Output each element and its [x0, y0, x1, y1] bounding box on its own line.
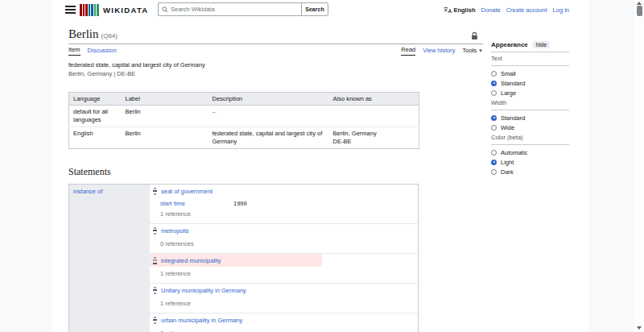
- tab-read[interactable]: Read: [401, 46, 415, 56]
- tab-discussion[interactable]: Discussion: [88, 47, 117, 56]
- table-row: default for all languages Berlin –: [69, 106, 419, 127]
- radio-option-label: Automatic: [501, 149, 527, 156]
- statement-value-link[interactable]: seat of government: [161, 188, 213, 195]
- radio-button-icon[interactable]: [491, 90, 497, 96]
- statement-main-row: metropolis: [150, 224, 418, 237]
- col-header-description: Description: [208, 93, 329, 106]
- statement-claim: integrated municipality1 reference: [150, 254, 418, 284]
- cell-language: English: [69, 127, 122, 149]
- appearance-title: Appearance: [491, 41, 528, 48]
- radio-option-label: Light: [501, 159, 514, 166]
- alias-line: Berlin, Germany: [333, 130, 415, 138]
- cell-label: Berlin: [122, 127, 208, 149]
- tools-menu[interactable]: Tools▼: [463, 47, 483, 56]
- radio-button-icon[interactable]: [491, 81, 497, 86]
- radio-option-label: Wide: [501, 124, 514, 131]
- rank-selector-icon[interactable]: [153, 188, 157, 195]
- cell-description: –: [208, 106, 329, 127]
- search-field[interactable]: [158, 2, 301, 16]
- radio-button-icon[interactable]: [491, 160, 497, 165]
- entity-description: federated state, capital and largest cit…: [68, 60, 483, 78]
- radio-option-light[interactable]: Light: [491, 157, 569, 167]
- radio-option-standard[interactable]: Standard: [491, 113, 569, 122]
- statement-group: instance of seat of governmentstart time…: [68, 184, 419, 332]
- language-icon: [444, 6, 452, 14]
- entity-id: (Q64): [101, 32, 118, 39]
- search-box: Search: [158, 2, 328, 16]
- rank-selector-icon[interactable]: [153, 257, 157, 264]
- namespace-tabs: Item Discussion: [68, 46, 117, 56]
- radio-option-dark[interactable]: Dark: [491, 167, 569, 176]
- tab-bar: Item Discussion Read View history Tools▼: [68, 44, 483, 56]
- references-toggle[interactable]: 1 reference: [160, 270, 418, 277]
- radio-option-label: Small: [501, 70, 516, 77]
- statement-main-row: seat of government: [150, 185, 418, 197]
- statement-main-row: integrated municipality: [150, 254, 322, 267]
- radio-option-label: Standard: [501, 80, 525, 87]
- rank-selector-icon[interactable]: [153, 287, 157, 294]
- statement-value-link[interactable]: Unitary municipality in Germany: [161, 287, 246, 294]
- title-block: Berlin(Q64): [68, 27, 483, 44]
- rank-selector-icon[interactable]: [153, 227, 157, 234]
- tab-item[interactable]: Item: [68, 46, 80, 56]
- terms-table-header-row: Language Label Description Also known as: [69, 93, 419, 106]
- references-toggle[interactable]: 0 references: [160, 240, 418, 247]
- qualifier-property-link[interactable]: start time: [160, 200, 233, 207]
- main-menu-icon[interactable]: [65, 6, 76, 14]
- create-account-link[interactable]: Create account: [506, 6, 547, 14]
- radio-option-automatic[interactable]: Automatic: [491, 147, 569, 157]
- radio-option-label: Standard: [501, 114, 525, 122]
- qualifier-value: 1999: [233, 200, 247, 207]
- appearance-option-group: AutomaticLightDark: [491, 147, 569, 176]
- scrollbar-thumb[interactable]: [637, 6, 642, 16]
- page-protection-lock-icon[interactable]: [471, 29, 478, 44]
- radio-option-small[interactable]: Small: [491, 68, 569, 78]
- language-selector[interactable]: English: [444, 6, 475, 14]
- radio-option-large[interactable]: Large: [491, 88, 569, 98]
- statement-claim: metropolis0 references: [150, 224, 418, 254]
- statement-value-link[interactable]: metropolis: [161, 227, 189, 234]
- statement-claim: Unitary municipality in Germany1 referen…: [150, 284, 418, 313]
- site-header: WIKIDATA Search English Donate Create ac…: [52, 0, 589, 19]
- radio-option-wide[interactable]: Wide: [491, 122, 569, 132]
- appearance-option-group: SmallStandardLarge: [491, 68, 569, 98]
- col-header-also-known-as: Also known as: [329, 93, 419, 106]
- appearance-option-group: StandardWide: [491, 113, 569, 132]
- references-toggle[interactable]: 1 reference: [160, 210, 418, 218]
- appearance-panel: Appearance hide TextSmallStandardLargeWi…: [491, 40, 569, 178]
- hide-appearance-button[interactable]: hide: [533, 41, 550, 48]
- header-user-links: English Donate Create account Log in: [444, 0, 569, 19]
- radio-button-icon[interactable]: [491, 115, 497, 121]
- scrollbar-down-arrow-icon[interactable]: [637, 326, 642, 330]
- appearance-section-label: Width: [491, 99, 569, 106]
- cell-description: federated state, capital and largest cit…: [208, 127, 329, 149]
- statement-main-row: urban municipality in Germany: [150, 313, 418, 326]
- radio-button-icon[interactable]: [491, 169, 497, 175]
- radio-option-standard[interactable]: Standard: [491, 78, 569, 88]
- radio-button-icon[interactable]: [491, 71, 497, 77]
- table-row: English Berlin federated state, capital …: [69, 127, 419, 149]
- radio-button-icon[interactable]: [491, 150, 497, 156]
- page-title: Berlin: [68, 27, 99, 40]
- tab-view-history[interactable]: View history: [423, 47, 455, 56]
- rank-selector-icon[interactable]: [153, 317, 157, 324]
- donate-link[interactable]: Donate: [481, 6, 501, 14]
- chevron-down-icon: ▼: [478, 48, 483, 53]
- search-button[interactable]: Search: [301, 2, 328, 16]
- property-link-instance-of[interactable]: instance of: [73, 188, 102, 195]
- wikidata-wordmark: WIKIDATA: [103, 6, 148, 15]
- property-column: instance of: [69, 185, 150, 332]
- log-in-link[interactable]: Log in: [553, 6, 569, 14]
- col-header-language: Language: [69, 93, 122, 106]
- wikidata-logo[interactable]: WIKIDATA: [80, 3, 148, 16]
- search-input[interactable]: [171, 6, 298, 13]
- radio-option-label: Large: [501, 89, 516, 97]
- vertical-scrollbar[interactable]: [634, 0, 644, 332]
- terms-table: Language Label Description Also known as…: [68, 92, 419, 149]
- radio-button-icon[interactable]: [491, 125, 497, 131]
- scrollbar-up-arrow-icon[interactable]: [637, 2, 642, 5]
- references-toggle[interactable]: 1 reference: [160, 300, 418, 307]
- statement-value-link[interactable]: urban municipality in Germany: [161, 317, 242, 324]
- statement-claim: seat of governmentstart time19991 refere…: [150, 185, 418, 224]
- statement-value-link[interactable]: integrated municipality: [161, 257, 221, 264]
